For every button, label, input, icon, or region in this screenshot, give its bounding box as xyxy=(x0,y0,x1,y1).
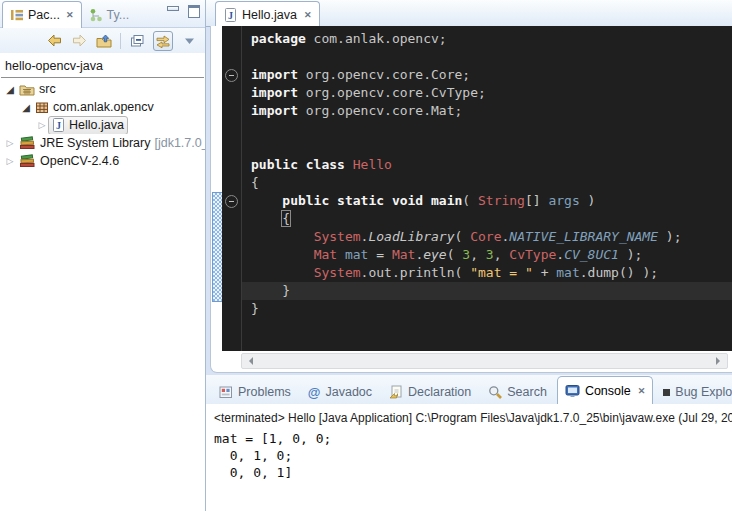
minimize-icon[interactable] xyxy=(167,6,179,11)
square-icon xyxy=(663,389,670,396)
tree-item-opencv-2-4-6[interactable]: ▷OpenCV-2.4.6 xyxy=(0,152,205,170)
close-icon[interactable]: ✕ xyxy=(638,386,646,396)
back-icon xyxy=(47,34,62,47)
code-line: System.LoadLibrary( Core.NATIVE_LIBRARY_… xyxy=(242,228,732,246)
tree-item-src[interactable]: ◢src xyxy=(0,80,205,98)
code-token: + xyxy=(533,265,556,280)
fold-collapse-icon[interactable] xyxy=(225,69,238,82)
tab-label: Declaration xyxy=(408,385,471,399)
maximize-icon[interactable] xyxy=(188,5,200,18)
project-root[interactable]: hello-opencv-java xyxy=(1,56,204,78)
code-token: ); xyxy=(619,247,642,262)
tree-item-body[interactable]: JHello.java xyxy=(48,116,128,134)
code-token: ); xyxy=(658,229,681,244)
expand-arrow-icon[interactable]: ▷ xyxy=(4,138,16,148)
package-folder-icon xyxy=(19,83,35,96)
console-tab-console[interactable]: Console✕ xyxy=(557,376,653,404)
code-token: CV_8UC1 xyxy=(564,247,619,262)
code-token: org.opencv.core.Core; xyxy=(298,67,470,82)
code-token: Hello xyxy=(353,157,392,172)
code-token: } xyxy=(251,283,290,298)
expand-arrow-icon[interactable]: ▷ xyxy=(4,156,16,166)
view-menu-button[interactable] xyxy=(180,32,198,50)
code-line xyxy=(242,48,732,66)
tree-item-decoration: [jdk1.7.0_25] xyxy=(154,136,205,150)
tab-label: Ty... xyxy=(107,8,130,22)
scroll-right-icon[interactable] xyxy=(716,357,724,365)
code-token: 3 xyxy=(462,247,470,262)
code-token: import xyxy=(251,85,298,100)
code-token: public static void main xyxy=(282,193,462,208)
code-token: . xyxy=(580,265,588,280)
console-panel: Problems@JavadocDeclarationSearchConsole… xyxy=(206,375,732,511)
explorer-tab-ty[interactable]: Ty... xyxy=(82,3,137,27)
tab-hello-java[interactable]: J Hello.java ✕ xyxy=(215,1,320,27)
tree-item-body[interactable]: src xyxy=(16,81,59,98)
tree-item-hello-java[interactable]: ▷JHello.java xyxy=(0,116,205,134)
collapse-all-button[interactable] xyxy=(128,32,146,50)
back-button[interactable] xyxy=(45,32,63,50)
tree-item-label: OpenCV-2.4.6 xyxy=(40,154,119,168)
code-line xyxy=(242,138,732,156)
scroll-left-icon[interactable] xyxy=(245,357,253,365)
tab-label: Javadoc xyxy=(325,385,372,399)
explorer-tab-pac[interactable]: Pac...✕ xyxy=(2,1,82,28)
code-token xyxy=(251,229,314,244)
code-token: System xyxy=(314,229,361,244)
collapse-arrow-icon[interactable]: ◢ xyxy=(4,84,16,95)
code-token: mat xyxy=(345,247,368,262)
editor-tabbar: J Hello.java ✕ xyxy=(206,0,732,27)
code-token: ( xyxy=(462,193,478,208)
console-view: <terminated> Hello [Java Application] C:… xyxy=(206,404,732,511)
console-tab-javadoc[interactable]: @Javadoc xyxy=(301,380,379,404)
forward-button[interactable] xyxy=(70,32,88,50)
code-token: public class xyxy=(251,157,345,172)
code-line: public class Hello xyxy=(242,156,732,174)
editor-area: J Hello.java ✕ package com.anlak.opencv;… xyxy=(206,0,732,373)
code-line: } xyxy=(242,282,732,300)
code-token: String xyxy=(478,193,525,208)
fold-collapse-icon[interactable] xyxy=(225,195,238,208)
problems-icon xyxy=(219,385,233,399)
tree-item-com-anlak-opencv[interactable]: ◢com.anlak.opencv xyxy=(0,98,205,116)
console-tab-problems[interactable]: Problems xyxy=(212,380,298,404)
java-file-icon: J xyxy=(224,8,237,22)
library-icon xyxy=(19,136,36,150)
console-output-line: 0, 0, 1] xyxy=(214,464,732,481)
collapse-all-icon xyxy=(130,34,145,48)
console-tab-bug-explorer[interactable]: Bug Explorer xyxy=(656,380,732,404)
collapse-arrow-icon[interactable]: ◢ xyxy=(20,102,32,113)
code-line: System.out.println( "mat = " + mat.dump(… xyxy=(242,264,732,282)
close-icon[interactable]: ✕ xyxy=(304,10,312,20)
code-token: ) xyxy=(580,193,596,208)
code-token: "mat = " xyxy=(470,265,533,280)
folding-gutter[interactable] xyxy=(222,26,242,351)
code-line: } xyxy=(242,300,732,318)
tree-item-label: src xyxy=(39,82,56,96)
code-token: ( xyxy=(447,247,463,262)
editor-frame: package com.anlak.opencv; import org.ope… xyxy=(210,26,732,373)
code-token: CvType xyxy=(509,247,556,262)
code-token: NATIVE_LIBRARY_NAME xyxy=(509,229,658,244)
code-token: System xyxy=(314,265,361,280)
code-editor[interactable]: package com.anlak.opencv; import org.ope… xyxy=(242,26,732,351)
console-tab-declaration[interactable]: Declaration xyxy=(382,380,478,404)
link-editor-button[interactable] xyxy=(153,31,173,51)
console-tab-search[interactable]: Search xyxy=(481,380,554,404)
expand-arrow-icon[interactable]: ▷ xyxy=(36,120,48,130)
javadoc-icon: @ xyxy=(308,385,321,400)
console-icon xyxy=(565,384,580,398)
tree-item-body[interactable]: JRE System Library [jdk1.7.0_25] xyxy=(16,135,205,152)
close-icon[interactable]: ✕ xyxy=(66,10,74,20)
code-line: import org.opencv.core.Mat; xyxy=(242,102,732,120)
horizontal-scrollbar[interactable] xyxy=(241,353,728,369)
tree-item-jre-system-library-[interactable]: ▷JRE System Library [jdk1.7.0_25] xyxy=(0,134,205,152)
tree-item-body[interactable]: OpenCV-2.4.6 xyxy=(16,153,122,170)
code-token: mat xyxy=(556,265,579,280)
panel-window-buttons xyxy=(167,5,200,18)
code-token: = xyxy=(368,247,391,262)
annotation-ruler[interactable] xyxy=(211,26,222,351)
code-token: ( xyxy=(455,229,471,244)
folder-up-button[interactable] xyxy=(95,32,113,50)
tree-item-body[interactable]: com.anlak.opencv xyxy=(32,99,157,116)
